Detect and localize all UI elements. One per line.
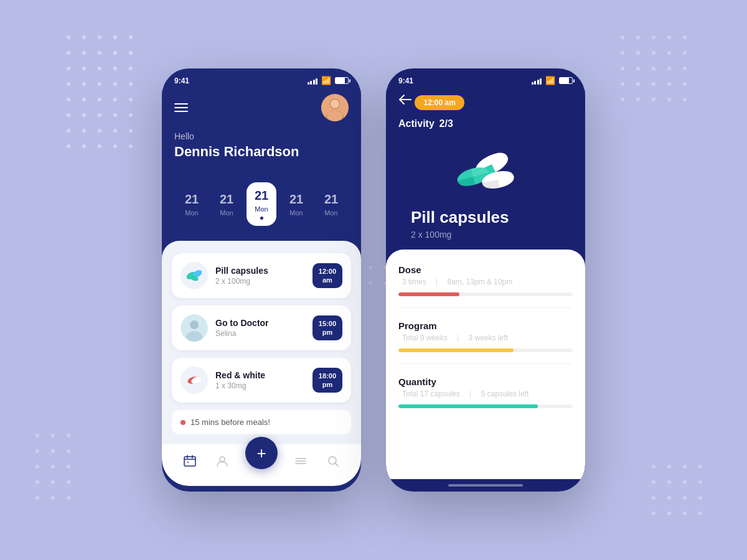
svg-point-60 xyxy=(621,98,624,101)
svg-point-89 xyxy=(667,496,671,500)
svg-point-90 xyxy=(683,496,687,500)
svg-point-61 xyxy=(636,98,640,101)
med-card-2[interactable]: Go to Doctor Selina 15:00 pm xyxy=(172,306,351,350)
back-button[interactable] xyxy=(398,94,412,108)
svg-point-43 xyxy=(667,35,671,39)
phone2-body: Dose 3 times | 8am, 13pm & 10pm Program … xyxy=(386,250,585,479)
hamburger-line-1 xyxy=(174,103,188,105)
cal-day-3-active[interactable]: 21 Mon xyxy=(247,182,276,226)
user-name: Dennis Richardson xyxy=(174,144,349,160)
pill-dose-detail: 2 x 100mg xyxy=(398,230,573,240)
med-time-line1-2: 15:00 xyxy=(319,320,336,327)
activity-label: Activity xyxy=(398,118,435,129)
nav-calendar-icon[interactable] xyxy=(181,452,199,474)
cal-day-label-2: Mon xyxy=(220,209,233,217)
dose-info2: 8am, 13pm & 10pm xyxy=(448,278,513,286)
svg-point-118 xyxy=(220,457,225,462)
program-progress-wrap xyxy=(398,348,573,352)
nav-person-icon[interactable] xyxy=(213,452,232,474)
p2-signal-bar-3 xyxy=(537,80,539,85)
svg-point-7 xyxy=(98,51,101,55)
cal-day-1[interactable]: 21 Mon xyxy=(177,186,207,223)
cal-day-2[interactable]: 21 Mon xyxy=(212,186,242,223)
svg-point-87 xyxy=(698,480,702,484)
svg-point-11 xyxy=(82,67,86,70)
med-name-2: Go to Doctor xyxy=(215,318,305,328)
svg-point-34 xyxy=(129,129,133,133)
svg-point-32 xyxy=(98,129,101,133)
svg-point-18 xyxy=(113,82,117,86)
svg-point-91 xyxy=(698,496,702,500)
svg-point-4 xyxy=(129,35,133,39)
nav-search-icon[interactable] xyxy=(324,452,342,474)
svg-point-48 xyxy=(667,51,671,55)
svg-point-82 xyxy=(683,465,687,469)
status-icons-1: 📶 xyxy=(308,76,349,85)
svg-rect-113 xyxy=(184,457,195,466)
med-info-3: Red & white 1 x 30mg xyxy=(215,370,305,390)
wifi-icon-1: 📶 xyxy=(321,76,331,85)
svg-point-58 xyxy=(667,82,671,86)
status-bar-1: 9:41 📶 xyxy=(162,68,361,89)
user-avatar[interactable] xyxy=(321,94,349,121)
svg-point-88 xyxy=(652,496,655,500)
svg-point-85 xyxy=(667,480,671,484)
nav-menu-icon[interactable] xyxy=(291,452,310,474)
svg-point-65 xyxy=(35,434,39,437)
med-time-line1-1: 12:00 xyxy=(319,268,336,275)
activity-text: Activity 2/3 xyxy=(398,118,573,129)
quantity-sep: | xyxy=(469,390,471,398)
svg-point-72 xyxy=(51,465,55,469)
cal-day-label-1: Mon xyxy=(185,209,198,217)
cal-day-num-5: 21 xyxy=(324,192,338,207)
svg-point-35 xyxy=(67,144,70,148)
signal-bar-1 xyxy=(308,82,309,85)
time-badge: 12:00 am xyxy=(415,95,464,110)
med-card-1[interactable]: Pill capsules 2 x 100mg 12:00 am xyxy=(172,253,351,298)
svg-point-68 xyxy=(35,449,39,453)
svg-point-41 xyxy=(636,35,640,39)
fab-button[interactable]: + xyxy=(245,437,278,469)
dose-section: Dose 3 times | 8am, 13pm & 10pm xyxy=(398,264,573,308)
med-info-1: Pill capsules 2 x 100mg xyxy=(215,266,305,286)
cal-day-5[interactable]: 21 Mon xyxy=(316,186,346,223)
status-bar-2: 9:41 📶 xyxy=(386,68,585,89)
svg-point-77 xyxy=(35,496,39,500)
svg-point-38 xyxy=(113,144,117,148)
signal-bars-2 xyxy=(532,77,542,85)
svg-point-76 xyxy=(67,480,70,484)
program-sep: | xyxy=(457,334,459,342)
program-section: Program Total 9 weeks | 3 weeks left xyxy=(398,320,573,364)
hamburger-icon[interactable] xyxy=(174,103,188,112)
med-dose-1: 2 x 100mg xyxy=(215,277,305,286)
svg-point-70 xyxy=(67,449,70,453)
reminder-text: 15 mins before meals! xyxy=(190,418,270,427)
home-indicator-2 xyxy=(448,484,523,487)
svg-point-39 xyxy=(129,144,133,148)
svg-point-37 xyxy=(98,144,101,148)
svg-point-47 xyxy=(652,51,655,55)
svg-point-21 xyxy=(82,98,86,101)
med-card-3[interactable]: Red & white 1 x 30mg 18:00 pm xyxy=(172,358,351,403)
med-name-1: Pill capsules xyxy=(215,266,305,276)
phone-1: 9:41 📶 xyxy=(162,68,361,492)
svg-point-74 xyxy=(35,480,39,484)
reminder-dot xyxy=(181,420,186,425)
cal-day-label-4: Mon xyxy=(289,209,303,217)
phone1-header: Hello Dennis Richardson xyxy=(162,89,361,172)
time-1: 9:41 xyxy=(174,77,189,85)
phones-container: 9:41 📶 xyxy=(162,68,585,492)
cal-day-4[interactable]: 21 Mon xyxy=(281,186,311,223)
svg-point-103 xyxy=(331,100,339,108)
greeting-text: Hello xyxy=(174,131,349,141)
med-time-line2-1: am xyxy=(322,276,332,284)
quantity-info2: 5 capsules left xyxy=(481,390,529,398)
svg-point-92 xyxy=(652,511,655,515)
svg-point-30 xyxy=(67,129,70,133)
p2-signal-bar-2 xyxy=(534,81,536,85)
svg-point-31 xyxy=(82,129,86,133)
med-time-line2-3: pm xyxy=(322,381,333,388)
svg-point-0 xyxy=(67,35,70,39)
svg-point-75 xyxy=(51,480,55,484)
calendar-strip: 21 Mon 21 Mon 21 Mon 21 Mon 21 Mon xyxy=(162,172,361,241)
